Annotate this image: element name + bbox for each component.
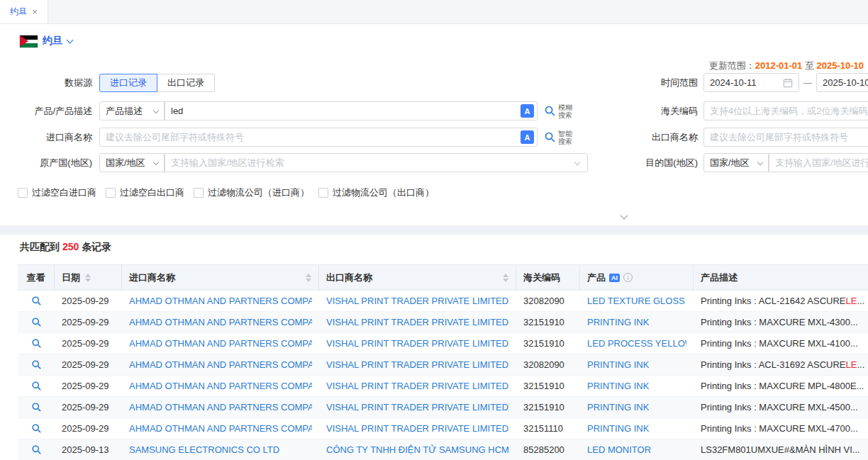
view-row-button[interactable] bbox=[31, 381, 42, 391]
table-row: 2025-09-29 AHMAD OTHMAN AND PARTNERS COM… bbox=[18, 397, 868, 418]
col-header-product: 产品 AI i bbox=[580, 265, 694, 290]
collapse-panel-button[interactable] bbox=[604, 211, 644, 223]
row-exporter-link[interactable]: VISHAL PRINT TRADER PRIVATE LIMITED bbox=[326, 338, 508, 349]
row-importer-link[interactable]: AHMAD OTHMAN AND PARTNERS COMPA... bbox=[129, 359, 312, 370]
destination-country-select[interactable]: 国家/地区 bbox=[703, 153, 769, 172]
table-row: 2025-09-13 SAMSUNG ELECTRONICS CO LTD CÔ… bbox=[18, 439, 868, 460]
origin-country-select[interactable]: 国家/地区 bbox=[99, 153, 165, 172]
fuzzy-search-button[interactable]: 模糊搜索 bbox=[544, 103, 572, 119]
time-range-label: 时间范围 bbox=[624, 77, 703, 89]
row-date: 2025-09-13 bbox=[55, 439, 122, 460]
product-search-input[interactable] bbox=[165, 101, 538, 120]
row-exporter-link[interactable]: VISHAL PRINT TRADER PRIVATE LIMITED bbox=[326, 402, 508, 413]
smart-search-label: 智能搜索 bbox=[558, 130, 572, 145]
translate-icon[interactable]: A bbox=[521, 104, 534, 118]
row-product-link[interactable]: PRINTING INK bbox=[587, 402, 649, 413]
filter-blank-exporter[interactable]: 过滤空白出口商 bbox=[106, 186, 184, 199]
row-product-link[interactable]: PRINTING INK bbox=[587, 359, 649, 370]
country-selector[interactable]: 约旦 bbox=[20, 35, 72, 47]
row-importer-link[interactable]: AHMAD OTHMAN AND PARTNERS COMPA... bbox=[129, 423, 312, 434]
filter-label: 过滤空白进口商 bbox=[32, 186, 96, 199]
tab-jordan[interactable]: 约旦 × bbox=[0, 0, 48, 23]
sort-icon[interactable] bbox=[306, 274, 311, 282]
table-row: 2025-09-29 AHMAD OTHMAN AND PARTNERS COM… bbox=[18, 333, 868, 354]
sort-icon[interactable] bbox=[503, 274, 508, 282]
row-exporter-link[interactable]: VISHAL PRINT TRADER PRIVATE LIMITED bbox=[326, 359, 508, 370]
country-name: 约旦 bbox=[43, 35, 62, 47]
end-date-input[interactable]: 2025-10-10 bbox=[816, 73, 868, 92]
checkbox-icon[interactable] bbox=[318, 188, 328, 198]
row-product-link[interactable]: LED TEXTURE GLOSS ... bbox=[587, 296, 686, 306]
row-product-link[interactable]: PRINTING INK bbox=[587, 381, 649, 391]
row-exporter-link[interactable]: VISHAL PRINT TRADER PRIVATE LIMITED bbox=[326, 381, 508, 391]
view-cell bbox=[18, 376, 55, 396]
row-importer-link[interactable]: AHMAD OTHMAN AND PARTNERS COMPA... bbox=[129, 296, 312, 306]
smart-search-button[interactable]: 智能搜索 bbox=[544, 130, 572, 145]
datasource-label: 数据源 bbox=[0, 77, 99, 89]
col-header-description: 产品描述 bbox=[694, 265, 868, 290]
view-row-button[interactable] bbox=[31, 359, 42, 370]
row-exporter-link[interactable]: VISHAL PRINT TRADER PRIVATE LIMITED bbox=[326, 423, 508, 434]
row-product-link[interactable]: LED PROCESS YELLOW... bbox=[587, 338, 686, 349]
checkbox-icon[interactable] bbox=[194, 188, 204, 198]
col-header-importer[interactable]: 进口商名称 bbox=[122, 265, 319, 290]
importer-label: 进口商名称 bbox=[0, 131, 99, 144]
filter-logistics-importer[interactable]: 过滤物流公司（进口商） bbox=[194, 186, 309, 199]
results-body: 2025-09-29 AHMAD OTHMAN AND PARTNERS COM… bbox=[18, 291, 868, 460]
row-date: 2025-09-29 bbox=[55, 418, 122, 439]
col-header-date[interactable]: 日期 bbox=[55, 265, 122, 290]
row-exporter-link[interactable]: VISHAL PRINT TRADER PRIVATE LIMITED bbox=[326, 317, 508, 327]
row-importer-link[interactable]: SAMSUNG ELECTRONICS CO LTD bbox=[129, 444, 279, 455]
view-row-button[interactable] bbox=[31, 402, 42, 413]
row-importer-link[interactable]: AHMAD OTHMAN AND PARTNERS COMPA... bbox=[129, 338, 312, 349]
hs-code-input[interactable] bbox=[703, 101, 868, 120]
checkbox-icon[interactable] bbox=[106, 188, 116, 198]
row-description: Printing Inks : ACL-31692 ASCURE LE... bbox=[694, 354, 868, 375]
row-importer-link[interactable]: AHMAD OTHMAN AND PARTNERS COMPA... bbox=[129, 402, 312, 413]
close-icon[interactable]: × bbox=[32, 7, 38, 16]
row-importer-link[interactable]: AHMAD OTHMAN AND PARTNERS COMPA... bbox=[129, 317, 312, 327]
view-row-button[interactable] bbox=[31, 423, 42, 434]
importer-row: 进口商名称 A 智能搜索 bbox=[0, 128, 572, 147]
filter-label: 过滤物流公司（进口商） bbox=[208, 186, 309, 199]
origin-country-label: 原产国(地区) bbox=[0, 157, 99, 169]
row-description: Printing Inks : ACL-21642 ASCURE LE... bbox=[694, 291, 868, 311]
view-row-button[interactable] bbox=[31, 317, 42, 327]
col-header-exporter[interactable]: 出口商名称 bbox=[319, 265, 516, 290]
row-description: LS32FM801UMXUE#&MÀN HÌNH VI... bbox=[694, 439, 868, 460]
product-field-select[interactable]: 产品描述 bbox=[99, 101, 165, 120]
filter-blank-importer[interactable]: 过滤空白进口商 bbox=[18, 186, 96, 199]
origin-country-select-value: 国家/地区 bbox=[106, 157, 145, 169]
search-icon bbox=[544, 131, 556, 143]
table-row: 2025-09-29 AHMAD OTHMAN AND PARTNERS COM… bbox=[18, 376, 868, 397]
row-hs-code: 32151910 bbox=[516, 333, 580, 354]
start-date-input[interactable]: 2024-10-11 bbox=[703, 73, 799, 92]
importer-name-input[interactable] bbox=[99, 128, 538, 147]
info-icon[interactable]: i bbox=[623, 273, 633, 282]
datasource-toggle: 进口记录 出口记录 bbox=[99, 74, 215, 92]
destination-country-label: 目的国(地区) bbox=[624, 157, 703, 169]
view-row-button[interactable] bbox=[31, 338, 42, 349]
row-exporter-link[interactable]: CÔNG TY TNHH ĐIỆN TỬ SAMSUNG HCMC... bbox=[326, 444, 509, 455]
magnifier-icon bbox=[31, 381, 42, 391]
row-product-link[interactable]: PRINTING INK bbox=[587, 317, 649, 327]
exporter-name-input[interactable] bbox=[703, 128, 868, 147]
checkbox-icon[interactable] bbox=[18, 188, 28, 198]
row-product-link[interactable]: PRINTING INK bbox=[587, 423, 649, 434]
jordan-flag-icon bbox=[20, 35, 38, 47]
translate-icon[interactable]: A bbox=[521, 130, 534, 144]
row-importer-link[interactable]: AHMAD OTHMAN AND PARTNERS COMPA... bbox=[129, 381, 312, 391]
sort-icon[interactable] bbox=[85, 274, 91, 282]
view-cell bbox=[18, 354, 55, 375]
destination-country-input[interactable] bbox=[769, 153, 868, 172]
table-row: 2025-09-29 AHMAD OTHMAN AND PARTNERS COM… bbox=[18, 291, 868, 312]
export-records-option[interactable]: 出口记录 bbox=[157, 74, 215, 92]
origin-country-input[interactable] bbox=[165, 153, 588, 172]
view-row-button[interactable] bbox=[31, 296, 42, 306]
row-product-link[interactable]: LED MONITOR bbox=[587, 444, 651, 455]
results-panel: 共匹配到250条记录 查看 日期 进口商名称 出口商名称 海关编码 bbox=[0, 235, 868, 460]
filter-logistics-exporter[interactable]: 过滤物流公司（出口商） bbox=[318, 186, 434, 199]
row-exporter-link[interactable]: VISHAL PRINT TRADER PRIVATE LIMITED bbox=[326, 296, 508, 306]
import-records-option[interactable]: 进口记录 bbox=[99, 74, 157, 92]
view-row-button[interactable] bbox=[31, 444, 42, 455]
